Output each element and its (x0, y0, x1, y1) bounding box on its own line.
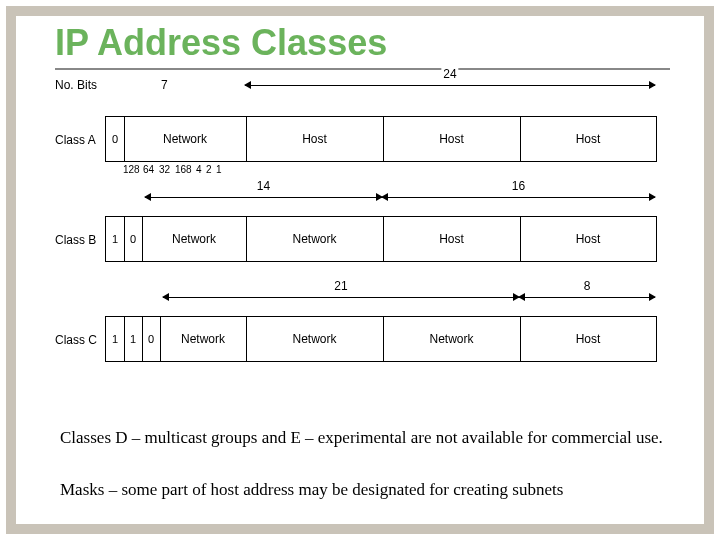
dim-label: 24 (441, 67, 458, 81)
bitval: 128 (123, 164, 140, 175)
label-class-b: Class B (55, 233, 96, 247)
dim-arrow-c-net: 21 (163, 292, 519, 302)
frame-bottom (6, 524, 714, 534)
seg: Network (181, 332, 225, 346)
class-b-box: 1 0 Network Network Host Host (105, 216, 657, 262)
seg: Host (576, 332, 601, 346)
label-first-width: 7 (161, 78, 168, 92)
diagram: No. Bits 7 24 Class A 0 Network Host Hos… (55, 78, 670, 408)
bit: 0 (112, 133, 118, 145)
dim-label: 8 (582, 279, 593, 293)
bitval: 2 (206, 164, 212, 175)
seg: Host (439, 132, 464, 146)
bitval: 32 (159, 164, 170, 175)
dim-arrow-c-host: 8 (519, 292, 655, 302)
seg: Network (292, 332, 336, 346)
note-masks: Masks – some part of host address may be… (60, 480, 670, 500)
dim-label: 21 (332, 279, 349, 293)
slide-title: IP Address Classes (55, 22, 387, 64)
bit: 1 (112, 233, 118, 245)
label-bits: No. Bits (55, 78, 97, 92)
frame-right (704, 6, 714, 534)
label-class-c: Class C (55, 333, 97, 347)
seg: Network (292, 232, 336, 246)
slide: IP Address Classes No. Bits 7 24 Class A… (0, 0, 720, 540)
dim-arrow-b-host: 16 (382, 192, 655, 202)
seg: Host (302, 132, 327, 146)
dim-arrow-a-host: 24 (245, 80, 655, 90)
bit: 1 (130, 333, 136, 345)
seg: Network (163, 132, 207, 146)
class-c-box: 1 1 0 Network Network Network Host (105, 316, 657, 362)
seg: Network (172, 232, 216, 246)
frame-top (6, 6, 714, 16)
frame-left (6, 6, 16, 534)
bit: 1 (112, 333, 118, 345)
bit: 0 (148, 333, 154, 345)
title-underline (55, 68, 670, 70)
bit: 0 (130, 233, 136, 245)
seg: Host (439, 232, 464, 246)
note-classes-de: Classes D – multicast groups and E – exp… (60, 428, 670, 448)
dim-label: 14 (255, 179, 272, 193)
class-a-box: 0 Network Host Host Host (105, 116, 657, 162)
bitval: 64 (143, 164, 154, 175)
dim-arrow-b-net: 14 (145, 192, 382, 202)
bitval: 4 (196, 164, 202, 175)
seg: Network (429, 332, 473, 346)
seg: Host (576, 232, 601, 246)
bitval: 16 (175, 164, 186, 175)
seg: Host (576, 132, 601, 146)
bitval: 8 (186, 164, 192, 175)
dim-label: 16 (510, 179, 527, 193)
bitval: 1 (216, 164, 222, 175)
label-class-a: Class A (55, 133, 96, 147)
